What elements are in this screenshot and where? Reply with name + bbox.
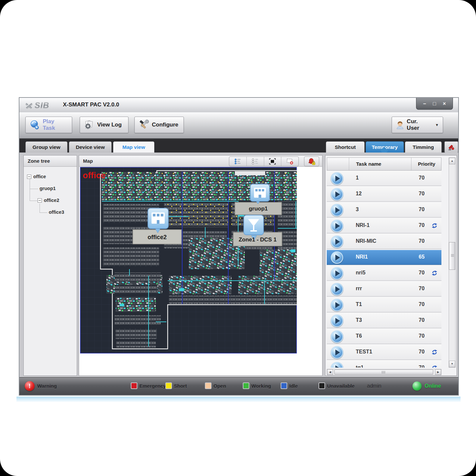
content-area: Zone tree office gruop1 [19, 153, 458, 378]
play-row-button[interactable] [331, 236, 343, 248]
view-log-icon [84, 120, 95, 130]
play-task-button[interactable]: Play Task [25, 117, 72, 133]
task-priority: 70 [411, 175, 432, 181]
play-row-button[interactable] [331, 220, 343, 232]
logged-in-user: admin [367, 383, 381, 389]
stop-broadcast-button[interactable] [444, 141, 458, 153]
play-row-button[interactable] [331, 283, 343, 295]
zone-tree-header: Zone tree [24, 155, 77, 167]
play-row-button[interactable] [331, 362, 343, 368]
task-row[interactable]: NRI-170 [327, 218, 441, 233]
scroll-left-button[interactable]: ◀ [327, 369, 333, 375]
legend-swatch-short [165, 382, 172, 389]
task-row[interactable]: T670 [327, 329, 441, 344]
minimize-button[interactable]: – [423, 101, 426, 106]
tree-connector [40, 204, 40, 212]
tree-item-gruop1[interactable]: gruop1 [40, 184, 56, 192]
legend-swatch-unavailable [319, 382, 325, 389]
task-panel: Task name Priority 1701270370NRI-170NRI-… [325, 155, 457, 376]
task-name: rrr [356, 286, 362, 292]
legend-label-working: Working [251, 383, 271, 389]
vertical-scroll-thumb[interactable] [449, 242, 455, 270]
maximize-button[interactable]: □ [433, 101, 436, 106]
tab-device-view[interactable]: Device view [69, 141, 112, 153]
warning-icon[interactable]: ! [25, 381, 35, 391]
task-row[interactable]: T370 [327, 313, 441, 328]
collapse-icon[interactable] [27, 175, 31, 179]
legend-swatch-idle [281, 382, 287, 389]
play-row-button[interactable] [331, 204, 343, 216]
play-row-button[interactable] [331, 251, 343, 264]
fit-view-icon [268, 158, 276, 165]
horizontal-scrollbar[interactable]: ◀ ▶ [327, 369, 441, 375]
task-name: NRI-MIC [356, 238, 376, 244]
tab-shortcut[interactable]: Shortcut [326, 141, 365, 153]
select-all-zones-button[interactable] [229, 157, 247, 166]
view-log-button[interactable]: View Log [80, 117, 128, 133]
task-row[interactable]: rrr70 [327, 281, 441, 296]
status-bar: ! Warning EmergencyShortOpenWorkingIdleU… [19, 377, 458, 395]
screen: SIB X-SMART PAC V2.0.0 – □ × [0, 0, 476, 476]
alarm-bell-lock-icon [308, 158, 316, 165]
play-row-button[interactable] [331, 267, 343, 280]
zone-tree: office gruop1 office2 office3 [24, 167, 77, 376]
task-row[interactable]: 170 [327, 171, 441, 186]
task-row[interactable]: TEST170 [327, 345, 441, 360]
scroll-up-button[interactable]: ▲ [449, 158, 455, 164]
map-canvas[interactable]: office gruop1 [80, 167, 297, 353]
task-priority: 70 [411, 238, 432, 244]
logo-x-icon [25, 101, 33, 109]
task-priority: 70 [411, 270, 432, 276]
task-row[interactable]: NRI-MIC70 [327, 234, 441, 249]
tree-item-office3[interactable]: office3 [49, 208, 64, 216]
vertical-scrollbar[interactable]: ▲ ▼ [449, 157, 456, 368]
legend-label-open: Open [213, 383, 226, 389]
chevron-down-icon: ▼ [435, 123, 439, 127]
play-row-button[interactable] [331, 172, 343, 185]
clear-selection-button[interactable] [281, 157, 298, 166]
fit-view-button[interactable] [264, 157, 282, 166]
loop-icon [432, 270, 437, 277]
task-row[interactable]: 1270 [327, 186, 441, 202]
play-row-button[interactable] [331, 315, 343, 327]
play-row-button[interactable] [331, 330, 343, 343]
loop-icon [432, 349, 437, 356]
task-row[interactable]: T170 [327, 297, 441, 312]
task-row[interactable]: tq170 [327, 360, 441, 368]
tree-item-office2[interactable]: office2 [38, 196, 59, 204]
online-status-label: Online [425, 383, 441, 389]
task-priority: 65 [411, 254, 432, 260]
scroll-right-button[interactable]: ▶ [435, 369, 441, 375]
task-row[interactable]: nri570 [327, 266, 441, 281]
task-header-priority: Priority [411, 158, 442, 170]
tab-map-view[interactable]: Map view [113, 141, 154, 153]
map-marker-label: gruop1 [249, 206, 268, 212]
alarm-lock-button[interactable] [304, 156, 319, 166]
tree-connector [30, 201, 38, 201]
play-row-button[interactable] [331, 346, 343, 359]
task-priority: 70 [411, 301, 432, 307]
play-row-button[interactable] [331, 188, 343, 201]
task-row[interactable]: NRI165 [327, 250, 441, 265]
task-name: T6 [356, 333, 362, 339]
current-user-button[interactable]: Cur. User ▼ [392, 117, 443, 133]
app-logo: SIB [25, 100, 49, 110]
close-button[interactable]: × [443, 101, 446, 106]
tab-group-view[interactable]: Group view [25, 141, 68, 153]
configure-icon [139, 120, 149, 130]
task-name: NRI1 [356, 254, 368, 260]
toolbar: Play Task View Log [19, 112, 458, 139]
tree-item-office[interactable]: office [27, 173, 46, 181]
map-marker-label: Zone1 - DCS 1 [238, 237, 276, 243]
collapse-icon[interactable] [38, 198, 42, 203]
deselect-all-zones-button[interactable] [247, 157, 264, 166]
scroll-down-button[interactable]: ▼ [449, 361, 455, 367]
task-row[interactable]: 370 [327, 202, 441, 217]
task-name: 1 [356, 175, 359, 181]
task-priority: 70 [411, 191, 432, 197]
task-priority: 70 [411, 222, 432, 228]
horizontal-scroll-thumb[interactable] [334, 370, 433, 375]
play-row-button[interactable] [331, 299, 343, 311]
configure-button[interactable]: Configure [134, 117, 184, 133]
tab-timming[interactable]: Timming [405, 141, 442, 153]
